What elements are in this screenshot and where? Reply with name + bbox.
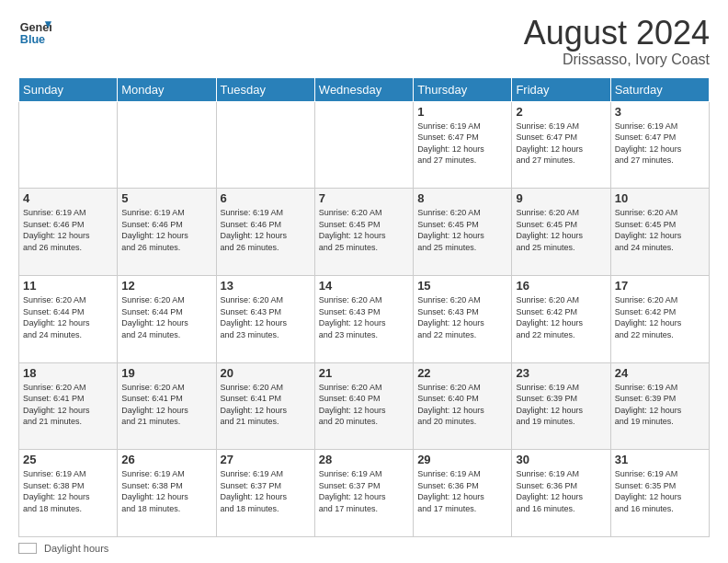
calendar-cell: 13Sunrise: 6:20 AM Sunset: 6:43 PM Dayli… xyxy=(216,275,314,362)
day-number: 9 xyxy=(516,191,606,205)
calendar-cell: 26Sunrise: 6:19 AM Sunset: 6:38 PM Dayli… xyxy=(118,450,216,537)
calendar-cell: 14Sunrise: 6:20 AM Sunset: 6:43 PM Dayli… xyxy=(314,275,413,362)
day-number: 23 xyxy=(516,366,606,380)
calendar-cell xyxy=(19,101,118,189)
day-number: 11 xyxy=(23,279,113,293)
day-info: Sunrise: 6:19 AM Sunset: 6:46 PM Dayligh… xyxy=(121,207,211,253)
week-row-4: 25Sunrise: 6:19 AM Sunset: 6:38 PM Dayli… xyxy=(19,450,710,537)
calendar-cell: 17Sunrise: 6:20 AM Sunset: 6:42 PM Dayli… xyxy=(610,275,709,362)
day-info: Sunrise: 6:19 AM Sunset: 6:39 PM Dayligh… xyxy=(516,382,606,428)
day-number: 4 xyxy=(23,191,113,205)
day-info: Sunrise: 6:19 AM Sunset: 6:36 PM Dayligh… xyxy=(417,468,507,514)
day-info: Sunrise: 6:20 AM Sunset: 6:44 PM Dayligh… xyxy=(23,294,113,340)
day-header-monday: Monday xyxy=(118,77,216,101)
day-number: 13 xyxy=(221,279,311,293)
calendar-cell: 30Sunrise: 6:19 AM Sunset: 6:36 PM Dayli… xyxy=(512,450,610,537)
calendar-cell: 7Sunrise: 6:20 AM Sunset: 6:45 PM Daylig… xyxy=(314,189,413,276)
day-info: Sunrise: 6:19 AM Sunset: 6:46 PM Dayligh… xyxy=(221,207,311,253)
day-info: Sunrise: 6:20 AM Sunset: 6:41 PM Dayligh… xyxy=(221,382,311,428)
day-number: 17 xyxy=(615,279,705,293)
day-header-saturday: Saturday xyxy=(610,77,709,101)
day-info: Sunrise: 6:20 AM Sunset: 6:45 PM Dayligh… xyxy=(417,207,507,253)
calendar-cell xyxy=(216,101,314,189)
page: General Blue August 2024 Drissasso, Ivor… xyxy=(0,0,728,563)
calendar-cell: 1Sunrise: 6:19 AM Sunset: 6:47 PM Daylig… xyxy=(414,101,512,189)
calendar-cell: 3Sunrise: 6:19 AM Sunset: 6:47 PM Daylig… xyxy=(610,101,709,189)
day-info: Sunrise: 6:20 AM Sunset: 6:41 PM Dayligh… xyxy=(121,382,211,428)
day-info: Sunrise: 6:19 AM Sunset: 6:39 PM Dayligh… xyxy=(615,382,705,428)
day-number: 30 xyxy=(516,453,606,466)
week-row-2: 11Sunrise: 6:20 AM Sunset: 6:44 PM Dayli… xyxy=(19,275,710,362)
main-title: August 2024 xyxy=(524,15,710,52)
calendar-cell: 28Sunrise: 6:19 AM Sunset: 6:37 PM Dayli… xyxy=(314,450,413,537)
daylight-box xyxy=(18,543,37,554)
calendar-cell: 29Sunrise: 6:19 AM Sunset: 6:36 PM Dayli… xyxy=(414,450,512,537)
calendar-cell: 15Sunrise: 6:20 AM Sunset: 6:43 PM Dayli… xyxy=(414,275,512,362)
day-info: Sunrise: 6:19 AM Sunset: 6:47 PM Dayligh… xyxy=(516,121,606,167)
day-info: Sunrise: 6:19 AM Sunset: 6:46 PM Dayligh… xyxy=(23,207,113,253)
day-number: 12 xyxy=(121,279,211,293)
calendar-cell: 25Sunrise: 6:19 AM Sunset: 6:38 PM Dayli… xyxy=(19,450,118,537)
day-info: Sunrise: 6:20 AM Sunset: 6:45 PM Dayligh… xyxy=(516,207,606,253)
day-number: 26 xyxy=(121,453,211,466)
day-info: Sunrise: 6:20 AM Sunset: 6:44 PM Dayligh… xyxy=(121,294,211,340)
day-number: 7 xyxy=(319,191,409,205)
day-number: 8 xyxy=(417,191,507,205)
calendar-cell: 18Sunrise: 6:20 AM Sunset: 6:41 PM Dayli… xyxy=(19,362,118,450)
day-info: Sunrise: 6:20 AM Sunset: 6:42 PM Dayligh… xyxy=(516,294,606,340)
day-number: 25 xyxy=(23,453,113,466)
day-info: Sunrise: 6:20 AM Sunset: 6:40 PM Dayligh… xyxy=(319,382,409,428)
day-info: Sunrise: 6:20 AM Sunset: 6:43 PM Dayligh… xyxy=(319,294,409,340)
svg-text:Blue: Blue xyxy=(20,33,45,46)
day-info: Sunrise: 6:19 AM Sunset: 6:38 PM Dayligh… xyxy=(121,468,211,514)
day-info: Sunrise: 6:20 AM Sunset: 6:41 PM Dayligh… xyxy=(23,382,113,428)
subtitle: Drissasso, Ivory Coast xyxy=(524,52,710,68)
day-number: 24 xyxy=(615,366,705,380)
logo: General Blue xyxy=(18,15,51,48)
day-number: 19 xyxy=(121,366,211,380)
calendar-cell: 5Sunrise: 6:19 AM Sunset: 6:46 PM Daylig… xyxy=(118,189,216,276)
day-info: Sunrise: 6:20 AM Sunset: 6:45 PM Dayligh… xyxy=(319,207,409,253)
day-info: Sunrise: 6:20 AM Sunset: 6:43 PM Dayligh… xyxy=(417,294,507,340)
day-number: 16 xyxy=(516,279,606,293)
calendar-cell: 6Sunrise: 6:19 AM Sunset: 6:46 PM Daylig… xyxy=(216,189,314,276)
day-header-wednesday: Wednesday xyxy=(314,77,413,101)
week-row-3: 18Sunrise: 6:20 AM Sunset: 6:41 PM Dayli… xyxy=(19,362,710,450)
day-info: Sunrise: 6:19 AM Sunset: 6:47 PM Dayligh… xyxy=(615,121,705,167)
header: General Blue August 2024 Drissasso, Ivor… xyxy=(18,15,710,68)
title-block: August 2024 Drissasso, Ivory Coast xyxy=(524,15,710,68)
day-number: 22 xyxy=(417,366,507,380)
day-number: 21 xyxy=(319,366,409,380)
calendar-cell: 21Sunrise: 6:20 AM Sunset: 6:40 PM Dayli… xyxy=(314,362,413,450)
day-number: 10 xyxy=(615,191,705,205)
day-info: Sunrise: 6:19 AM Sunset: 6:37 PM Dayligh… xyxy=(319,468,409,514)
day-number: 18 xyxy=(23,366,113,380)
day-number: 27 xyxy=(221,453,311,466)
week-row-0: 1Sunrise: 6:19 AM Sunset: 6:47 PM Daylig… xyxy=(19,101,710,189)
calendar-cell: 10Sunrise: 6:20 AM Sunset: 6:45 PM Dayli… xyxy=(610,189,709,276)
calendar-cell: 27Sunrise: 6:19 AM Sunset: 6:37 PM Dayli… xyxy=(216,450,314,537)
day-number: 1 xyxy=(417,105,507,119)
calendar-cell: 16Sunrise: 6:20 AM Sunset: 6:42 PM Dayli… xyxy=(512,275,610,362)
day-number: 5 xyxy=(121,191,211,205)
day-info: Sunrise: 6:19 AM Sunset: 6:35 PM Dayligh… xyxy=(615,468,705,514)
calendar-cell: 4Sunrise: 6:19 AM Sunset: 6:46 PM Daylig… xyxy=(19,189,118,276)
day-info: Sunrise: 6:20 AM Sunset: 6:43 PM Dayligh… xyxy=(221,294,311,340)
calendar-cell xyxy=(118,101,216,189)
calendar-cell xyxy=(314,101,413,189)
calendar-cell: 8Sunrise: 6:20 AM Sunset: 6:45 PM Daylig… xyxy=(414,189,512,276)
calendar-cell: 23Sunrise: 6:19 AM Sunset: 6:39 PM Dayli… xyxy=(512,362,610,450)
day-info: Sunrise: 6:19 AM Sunset: 6:47 PM Dayligh… xyxy=(417,121,507,167)
footer: Daylight hours xyxy=(18,543,710,554)
calendar-cell: 20Sunrise: 6:20 AM Sunset: 6:41 PM Dayli… xyxy=(216,362,314,450)
day-number: 14 xyxy=(319,279,409,293)
week-row-1: 4Sunrise: 6:19 AM Sunset: 6:46 PM Daylig… xyxy=(19,189,710,276)
calendar-cell: 22Sunrise: 6:20 AM Sunset: 6:40 PM Dayli… xyxy=(414,362,512,450)
day-number: 20 xyxy=(221,366,311,380)
footer-label: Daylight hours xyxy=(44,543,108,554)
calendar-cell: 12Sunrise: 6:20 AM Sunset: 6:44 PM Dayli… xyxy=(118,275,216,362)
day-info: Sunrise: 6:19 AM Sunset: 6:36 PM Dayligh… xyxy=(516,468,606,514)
header-row: SundayMondayTuesdayWednesdayThursdayFrid… xyxy=(19,77,710,101)
day-number: 3 xyxy=(615,105,705,119)
day-header-thursday: Thursday xyxy=(414,77,512,101)
